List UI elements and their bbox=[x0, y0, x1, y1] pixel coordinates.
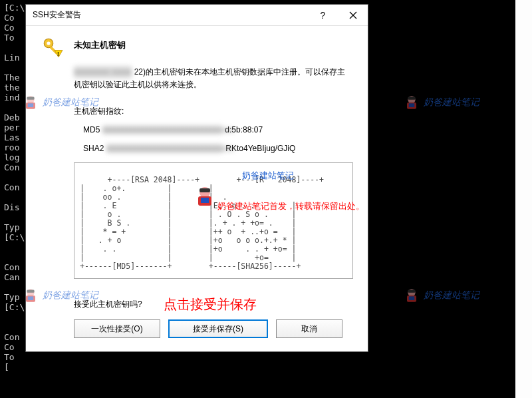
sha-fingerprint: SHA2xxxxxxxxxxxxxxxxxxxxxxxxxxxxxxxxRKto… bbox=[83, 144, 353, 153]
accept-once-button[interactable]: 一次性接受(O) bbox=[74, 319, 160, 338]
watermark-text-inbox: 奶爸建站笔记 bbox=[242, 171, 294, 180]
dialog-title: SSH安全警告 bbox=[33, 9, 308, 21]
help-button[interactable]: ? bbox=[308, 5, 338, 26]
close-icon bbox=[349, 11, 357, 19]
dialog-message: xxxxxxxxx xxxxx 22)的主机密钥未在本地主机密钥数据库中注册。可… bbox=[74, 66, 353, 91]
redacted-host: xxxxxxxxx xxxxx bbox=[74, 66, 132, 79]
svg-point-3 bbox=[47, 41, 50, 45]
accept-save-button[interactable]: 接受并保存(S) bbox=[168, 319, 268, 338]
red-copyright-text: 奶爸建站笔记首发，转载请保留出处。 bbox=[217, 202, 364, 210]
svg-rect-8 bbox=[200, 188, 210, 192]
avatar-icon bbox=[192, 183, 218, 210]
fingerprint-label: 主机密钥指纹: bbox=[74, 106, 353, 117]
dialog-titlebar: SSH安全警告 ? bbox=[26, 5, 368, 26]
dialog-heading: 未知主机密钥 bbox=[74, 35, 126, 51]
key-warning-icon: ! bbox=[41, 35, 65, 59]
button-row: 一次性接受(O) 接受并保存(S) 取消 bbox=[74, 319, 353, 338]
ascii-art-fingerprint: +----[RSA 2048]----+ +---[R 2048]----+ |… bbox=[74, 162, 353, 279]
close-button[interactable] bbox=[338, 5, 368, 26]
md5-redacted: xxxxxxxxxxxxxxxxxxxxxxxxxxxxxxxxx bbox=[102, 125, 222, 134]
sha-redacted: xxxxxxxxxxxxxxxxxxxxxxxxxxxxxxxx bbox=[106, 144, 223, 153]
svg-text:!: ! bbox=[57, 51, 59, 57]
svg-rect-10 bbox=[201, 198, 209, 203]
instruction-annotation: 点击接受并保存 bbox=[164, 296, 257, 313]
cancel-button[interactable]: 取消 bbox=[276, 319, 342, 338]
md5-fingerprint: MD5xxxxxxxxxxxxxxxxxxxxxxxxxxxxxxxxxd:5b… bbox=[83, 125, 353, 134]
